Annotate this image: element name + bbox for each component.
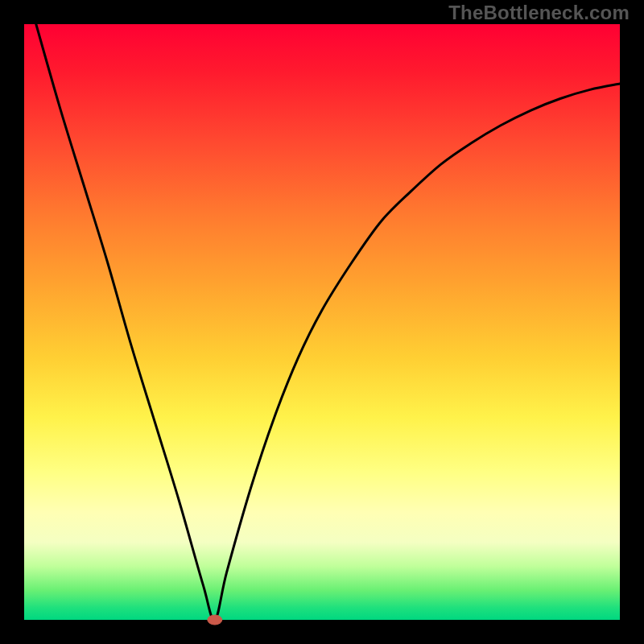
plot-area (24, 24, 620, 620)
watermark-text: TheBottleneck.com (448, 2, 630, 24)
bottleneck-curve (36, 24, 620, 620)
min-marker (208, 615, 222, 625)
plot-svg (24, 24, 620, 620)
chart-frame: TheBottleneck.com (0, 0, 644, 644)
